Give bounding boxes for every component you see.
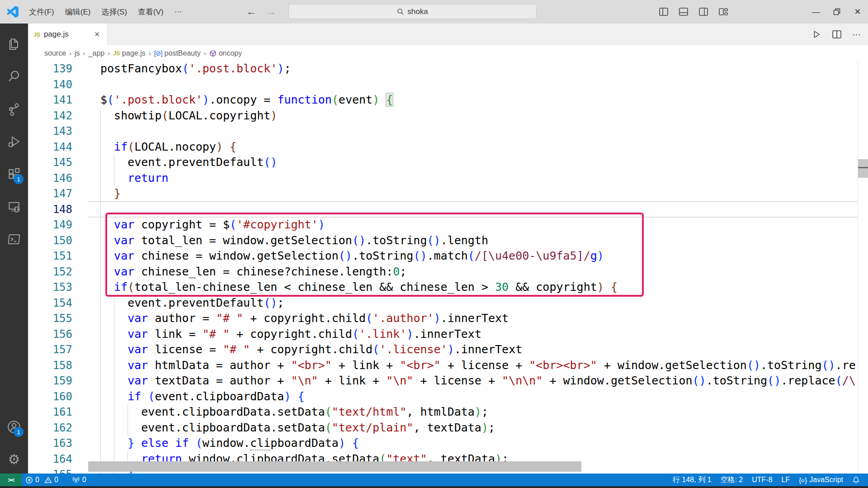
line-number[interactable]: 153 [28, 280, 72, 295]
line-number[interactable]: 143 [28, 123, 72, 139]
extensions-icon[interactable]: 1 [0, 163, 28, 185]
breadcrumb-postbeauty[interactable]: [⊘] postBeauty [154, 49, 201, 57]
code-line-157[interactable]: 157var license = "# " + copyright.child(… [28, 342, 868, 358]
code-line-143[interactable]: 143 [28, 123, 868, 139]
code-line-162[interactable]: 162event.clipboardData.setData("text/pla… [28, 420, 868, 436]
breadcrumb-oncopy[interactable]: oncopy [209, 49, 242, 57]
line-number[interactable]: 146 [28, 171, 72, 186]
remote-icon: >< [8, 476, 14, 483]
customize-layout-icon[interactable] [719, 8, 728, 16]
line-number[interactable]: 148 [28, 202, 72, 218]
code-line-146[interactable]: 146return [28, 171, 868, 186]
cursor-position[interactable]: 行 148, 列 1 [668, 474, 716, 486]
breadcrumb-app[interactable]: _app [89, 49, 105, 57]
javascript-file-icon: JS [33, 31, 40, 38]
menu-selection[interactable]: 选择(S) [96, 4, 132, 20]
settings-gear-icon[interactable]: ⚙ [0, 448, 28, 470]
ports-status[interactable]: 0 [68, 474, 90, 486]
toggle-secondary-sidebar-icon[interactable] [699, 8, 708, 16]
breadcrumb-file[interactable]: JS page.js [113, 49, 146, 57]
code-text: return [100, 171, 169, 186]
line-number[interactable]: 164 [28, 451, 72, 467]
language-status[interactable]: {} JavaScript [794, 474, 848, 486]
restore-button[interactable] [826, 0, 847, 24]
menu-more[interactable]: ··· [169, 5, 188, 19]
line-number[interactable]: 147 [28, 186, 72, 202]
tab-close-icon[interactable]: ✕ [92, 29, 102, 39]
code-line-160[interactable]: 160if (event.clipboardData) { [28, 389, 868, 405]
line-number[interactable]: 150 [28, 233, 72, 249]
explorer-icon[interactable] [0, 33, 28, 55]
line-number[interactable]: 162 [28, 420, 72, 436]
accounts-icon[interactable]: 1 [0, 416, 28, 438]
notifications-bell[interactable] [848, 474, 864, 486]
search-sidebar-icon[interactable] [0, 66, 28, 87]
code-line-140[interactable]: 140 [28, 77, 868, 93]
line-number[interactable]: 155 [28, 311, 72, 327]
encoding-status[interactable]: UTF-8 [747, 474, 777, 486]
code-line-158[interactable]: 158var htmlData = author + "<br>" + link… [28, 358, 868, 374]
search-input[interactable]: shoka [288, 4, 537, 19]
code-line-154[interactable]: 154event.preventDefault(); [28, 295, 868, 311]
line-number[interactable]: 163 [28, 436, 72, 451]
toggle-sidebar-icon[interactable] [659, 8, 668, 16]
menu-file[interactable]: 文件(F) [24, 4, 60, 20]
close-button[interactable]: ✕ [847, 0, 868, 24]
more-actions-icon[interactable]: ··· [852, 29, 861, 39]
run-debug-icon[interactable] [0, 131, 28, 152]
toggle-panel-icon[interactable] [679, 8, 688, 16]
tab-page-js[interactable]: JS page.js ✕ [28, 24, 108, 45]
breadcrumb-source[interactable]: source [44, 49, 66, 57]
line-number[interactable]: 158 [28, 358, 72, 374]
code-line-139[interactable]: 139postFancybox('.post.block'); [28, 61, 868, 77]
code-line-159[interactable]: 159var textData = author + "\n" + link +… [28, 373, 868, 389]
code-line-156[interactable]: 156var link = "# " + copyright.child('.l… [28, 327, 868, 342]
line-number[interactable]: 141 [28, 92, 72, 108]
code-line-141[interactable]: 141$('.post.block').oncopy = function(ev… [28, 92, 868, 108]
line-number[interactable]: 142 [28, 108, 72, 124]
back-arrow-icon[interactable]: ← [246, 6, 256, 18]
code-line-144[interactable]: 144if(LOCAL.nocopy) { [28, 139, 868, 155]
code-line-145[interactable]: 145event.preventDefault() [28, 155, 868, 171]
eol-status[interactable]: LF [777, 474, 795, 486]
code-line-161[interactable]: 161event.clipboardData.setData("text/htm… [28, 404, 868, 420]
line-number[interactable]: 165 [28, 467, 72, 474]
code-line-155[interactable]: 155var author = "# " + copyright.child('… [28, 311, 868, 327]
menu-view[interactable]: 查看(V) [132, 4, 169, 20]
terminal-sidebar-icon[interactable] [0, 228, 28, 250]
source-control-icon[interactable] [0, 98, 28, 120]
line-number[interactable]: 156 [28, 327, 72, 342]
window-bottom-edge [0, 486, 868, 488]
line-number[interactable]: 161 [28, 404, 72, 420]
remote-explorer-icon[interactable] [0, 196, 28, 218]
horizontal-scrollbar[interactable] [88, 461, 581, 472]
forward-arrow-icon[interactable]: → [266, 6, 276, 18]
breadcrumb-js[interactable]: js [75, 49, 80, 57]
line-number[interactable]: 152 [28, 264, 72, 280]
line-number[interactable]: 144 [28, 139, 72, 155]
line-number[interactable]: 140 [28, 77, 72, 93]
remote-indicator[interactable]: >< [0, 474, 22, 486]
code-editor[interactable]: 139postFancybox('.post.block');140141$('… [28, 61, 868, 474]
vertical-scrollbar[interactable] [858, 159, 868, 178]
chevron-right-icon: › [83, 49, 85, 57]
line-number[interactable]: 149 [28, 217, 72, 233]
line-number[interactable]: 139 [28, 61, 72, 77]
run-file-icon[interactable] [811, 29, 821, 39]
menu-edit[interactable]: 编辑(E) [60, 4, 96, 20]
split-editor-icon[interactable] [832, 30, 841, 38]
minimize-button[interactable]: — [806, 0, 826, 24]
code-line-163[interactable]: 163} else if (window.clipboardData) { [28, 436, 868, 451]
line-number[interactable]: 160 [28, 389, 72, 405]
line-number[interactable]: 159 [28, 373, 72, 389]
problems-status[interactable]: 0 0 [22, 474, 62, 486]
error-icon [25, 476, 33, 484]
code-text: showtip(LOCAL.copyright) [100, 108, 277, 124]
line-number[interactable]: 145 [28, 155, 72, 171]
code-line-142[interactable]: 142showtip(LOCAL.copyright) [28, 108, 868, 124]
line-number[interactable]: 151 [28, 248, 72, 264]
line-number[interactable]: 157 [28, 342, 72, 358]
indentation-status[interactable]: 空格: 2 [716, 474, 747, 486]
line-number[interactable]: 154 [28, 295, 72, 311]
code-line-147[interactable]: 147} [28, 186, 868, 202]
